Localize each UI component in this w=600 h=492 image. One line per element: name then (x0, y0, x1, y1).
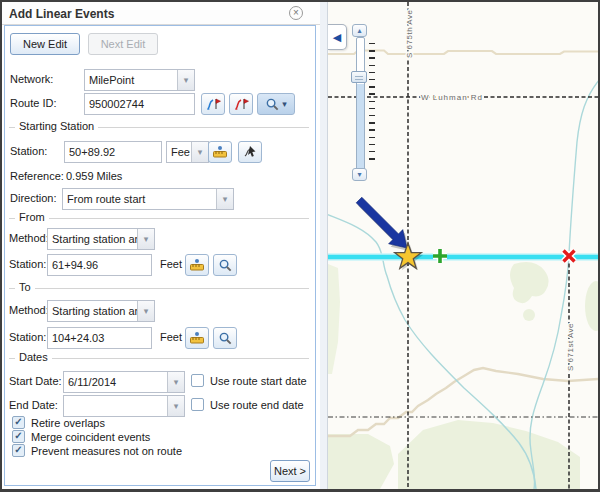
chevron-down-icon: ▾ (282, 99, 287, 109)
pick-station-on-map-button[interactable] (238, 141, 262, 163)
road-label-horizontal: W Luhman Rd (421, 93, 483, 102)
land-patch (328, 434, 394, 489)
land-patch (328, 264, 340, 374)
direction-label: Direction: (10, 192, 56, 204)
from-method-select[interactable]: Starting station and offset ▾ (47, 228, 155, 250)
prevent-measures-label: Prevent measures not on route (31, 445, 182, 457)
units-value: Feet (171, 146, 190, 158)
to-method-select[interactable]: Starting station and offset ▾ (47, 300, 155, 322)
zoom-slider-ticks (369, 43, 375, 164)
direction-value: From route start (67, 193, 215, 205)
chevron-down-icon[interactable]: ▾ (191, 142, 208, 162)
from-measure-button[interactable] (185, 254, 209, 276)
from-zoom-button[interactable] (213, 254, 237, 276)
clear-route-selection-button[interactable] (229, 93, 253, 115)
from-station-input[interactable] (47, 254, 152, 276)
zoom-slider-track[interactable] (356, 37, 365, 171)
to-station-label: Station: (9, 331, 46, 343)
reference-value: 0.959 Miles (66, 170, 122, 182)
magnifier-icon (265, 97, 280, 112)
next-button[interactable]: Next > (270, 460, 310, 482)
close-icon[interactable]: × (289, 6, 303, 20)
chevron-down-icon[interactable]: ▾ (216, 189, 233, 209)
from-method-value: Starting station and offset (52, 233, 139, 245)
new-edit-button[interactable]: New Edit (10, 33, 80, 55)
select-cursor-icon (242, 144, 258, 160)
ruler-icon (189, 330, 205, 346)
chevron-down-icon[interactable]: ▾ (167, 396, 184, 416)
from-station-label: Station: (9, 258, 46, 270)
starting-station-input[interactable] (64, 141, 162, 163)
next-edit-button[interactable]: Next Edit (88, 33, 158, 55)
panel-title: Add Linear Events (9, 7, 114, 21)
select-route-on-map-button[interactable] (201, 93, 225, 115)
route-flag-blue-icon (205, 96, 221, 112)
starting-station-fieldset: Starting Station (9, 127, 309, 128)
network-value: MilePoint (89, 74, 176, 86)
panel-header: Add Linear Events × (2, 2, 320, 25)
add-linear-events-panel: Add Linear Events × New Edit Next Edit N… (2, 2, 320, 489)
use-route-end-date-label: Use route end date (210, 399, 304, 411)
panel-body: New Edit Next Edit Network: MilePoint ▾ … (4, 25, 316, 486)
dates-fieldset: Dates (9, 358, 309, 359)
from-units-label: Feet (160, 258, 182, 270)
end-date-label: End Date: (9, 399, 58, 411)
to-measure-button[interactable] (185, 327, 209, 349)
chevron-down-icon[interactable]: ▾ (137, 229, 154, 249)
land-patch (398, 420, 580, 489)
route-flag-red-icon (233, 96, 249, 112)
prevent-measures-checkbox[interactable]: ✓ (12, 444, 25, 457)
to-fieldset: To (9, 288, 309, 289)
start-date-picker[interactable]: 6/11/2014 ▾ (63, 371, 185, 393)
to-legend: To (15, 281, 35, 293)
retire-overlaps-checkbox[interactable]: ✓ (12, 416, 25, 429)
magnifier-icon (218, 331, 233, 346)
units-select[interactable]: Feet ▾ (166, 141, 209, 163)
chevron-down-icon[interactable]: ▾ (177, 70, 194, 90)
network-label: Network: (10, 73, 53, 85)
from-legend: From (15, 211, 49, 223)
to-method-label: Method: (9, 304, 49, 316)
map-view[interactable]: W Luhman Rd S 675th Ave S 671st Ave ◀ ▴ … (327, 2, 599, 489)
start-date-label: Start Date: (9, 375, 62, 387)
use-route-start-date-checkbox[interactable] (191, 374, 204, 387)
merge-coincident-events-label: Merge coincident events (31, 431, 150, 443)
zoom-in-button[interactable]: ▴ (352, 24, 367, 37)
pointer-arrow (356, 197, 407, 248)
to-zoom-button[interactable] (213, 327, 237, 349)
dates-legend: Dates (15, 351, 52, 363)
merge-coincident-events-checkbox[interactable]: ✓ (12, 430, 25, 443)
road-label-vertical-left: S 675th Ave (405, 9, 414, 58)
end-date-picker[interactable]: ▾ (63, 395, 185, 417)
land-patch (585, 281, 599, 331)
start-date-value: 6/11/2014 (68, 376, 166, 388)
route-search-menu-button[interactable]: ▾ (257, 93, 295, 115)
from-method-label: Method: (9, 232, 49, 244)
to-method-value: Starting station and offset (52, 305, 139, 317)
station-label: Station: (10, 145, 47, 157)
route-id-input[interactable] (84, 93, 195, 115)
to-station-input[interactable] (47, 327, 152, 349)
measure-station-button[interactable] (208, 141, 232, 163)
plus-marker (433, 249, 447, 263)
zoom-slider-handle[interactable] (351, 71, 367, 83)
road-label-vertical-right: S 671st Ave (566, 323, 575, 371)
to-units-label: Feet (160, 331, 182, 343)
magnifier-icon (218, 258, 233, 273)
route-id-label: Route ID: (10, 97, 56, 109)
network-select[interactable]: MilePoint ▾ (84, 69, 195, 91)
land-patch (523, 309, 535, 321)
land-patch (510, 262, 549, 303)
from-fieldset: From (9, 218, 309, 219)
panel-map-splitter[interactable] (320, 2, 327, 489)
use-route-end-date-checkbox[interactable] (191, 398, 204, 411)
ruler-icon (212, 144, 228, 160)
use-route-start-date-label: Use route start date (210, 375, 307, 387)
chevron-down-icon[interactable]: ▾ (167, 372, 184, 392)
reference-label: Reference: (10, 170, 64, 182)
collapse-panel-button[interactable]: ◀ (328, 24, 347, 50)
direction-select[interactable]: From route start ▾ (62, 188, 234, 210)
zoom-out-button[interactable]: ▾ (352, 168, 367, 181)
chevron-down-icon[interactable]: ▾ (137, 301, 154, 321)
retire-overlaps-label: Retire overlaps (31, 417, 105, 429)
